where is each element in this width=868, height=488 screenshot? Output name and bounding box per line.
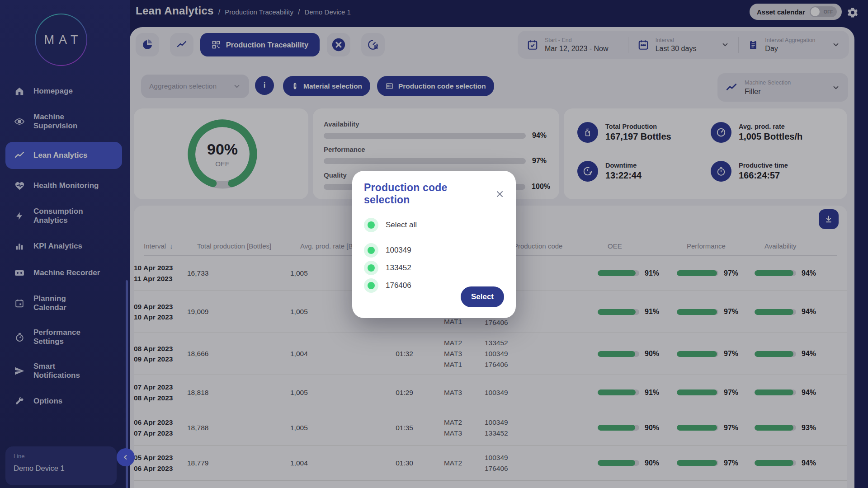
checkbox-checked-icon — [364, 243, 378, 258]
checkbox-checked-icon — [364, 278, 378, 293]
close-icon[interactable] — [495, 190, 504, 198]
production-code-selection-modal: Production code selection Select all 100… — [352, 171, 516, 318]
option-133452[interactable]: 133452 — [364, 261, 504, 275]
option-100349[interactable]: 100349 — [364, 243, 504, 258]
select-all-option[interactable]: Select all — [364, 218, 504, 232]
production-code-options: 100349 133452 176406 — [364, 243, 504, 293]
select-button[interactable]: Select — [461, 286, 504, 307]
checkbox-checked-icon — [364, 261, 378, 275]
modal-title: Production code selection — [364, 182, 495, 206]
checkbox-checked-icon — [364, 218, 378, 232]
app-window: MAT Homepage Machine Supervision Lean An… — [0, 0, 868, 488]
